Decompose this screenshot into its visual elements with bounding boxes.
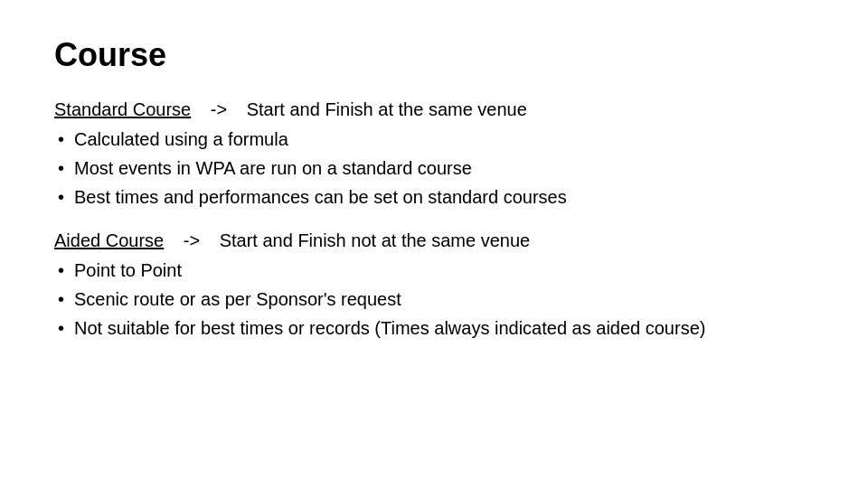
page-title: Course [54, 36, 814, 74]
standard-course-bullets: Calculated using a formula Most events i… [54, 126, 814, 211]
standard-course-description: Start and Finish at the same venue [247, 99, 527, 119]
list-item: Most events in WPA are run on a standard… [54, 155, 814, 182]
standard-course-header: Standard Course -> Start and Finish at t… [54, 99, 814, 120]
list-item: Point to Point [54, 257, 814, 284]
list-item: Calculated using a formula [54, 126, 814, 153]
aided-course-section: Aided Course -> Start and Finish not at … [54, 230, 814, 342]
list-item: Not suitable for best times or records (… [54, 314, 814, 342]
list-item: Scenic route or as per Sponsor's request [54, 286, 814, 313]
standard-course-heading: Standard Course [54, 99, 191, 119]
page-container: Course Standard Course -> Start and Fini… [0, 0, 868, 488]
aided-course-arrow: -> [184, 230, 200, 250]
aided-course-bullets: Point to Point Scenic route or as per Sp… [54, 257, 814, 342]
standard-course-arrow: -> [211, 99, 227, 119]
aided-course-heading: Aided Course [54, 230, 164, 250]
list-item: Best times and performances can be set o… [54, 183, 814, 211]
aided-course-header: Aided Course -> Start and Finish not at … [54, 230, 814, 251]
standard-course-section: Standard Course -> Start and Finish at t… [54, 99, 814, 211]
aided-course-description: Start and Finish not at the same venue [220, 230, 531, 250]
